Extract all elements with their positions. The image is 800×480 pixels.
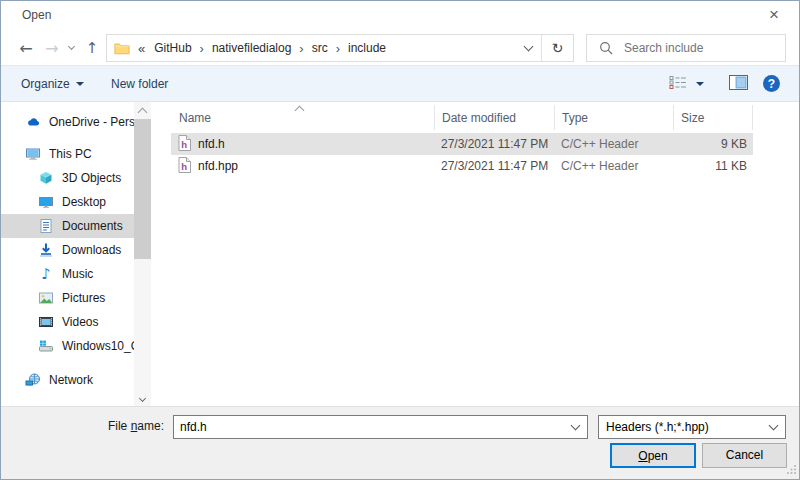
preview-pane-button[interactable] — [729, 66, 748, 101]
folder-icon — [114, 40, 130, 56]
sidebar-item-network[interactable]: Network — [1, 368, 134, 392]
file-row[interactable]: h nfd.hpp 27/3/2021 11:47 PM C/C++ Heade… — [171, 155, 753, 177]
breadcrumb-item-nativefiledialog[interactable]: nativefiledialog — [205, 41, 298, 55]
open-file-dialog: Open × ← → ↑ « GitHub › nativefiledialog… — [0, 0, 800, 480]
sidebar-item-onedrive[interactable]: OneDrive - Person — [1, 110, 134, 134]
window-title: Open — [22, 8, 51, 22]
sidebar-item-label: 3D Objects — [62, 171, 134, 185]
download-icon — [38, 242, 54, 258]
sidebar-item-label: Music — [62, 267, 134, 281]
document-icon — [38, 218, 54, 234]
sidebar-item-music[interactable]: ♪ Music — [1, 262, 134, 286]
column-header-date-modified[interactable]: Date modified — [434, 105, 554, 130]
sidebar-item-pictures[interactable]: Pictures — [1, 286, 134, 310]
sidebar-item-windows10-os[interactable]: Windows10_OS ( — [1, 334, 134, 358]
header-file-icon: h — [178, 157, 191, 176]
open-button[interactable]: Open — [610, 443, 696, 468]
monitor-icon — [38, 194, 54, 210]
main-area: OneDrive - Person This PC 3D Objects Des… — [1, 102, 799, 408]
sidebar-item-downloads[interactable]: Downloads — [1, 238, 134, 262]
file-list: h nfd.h 27/3/2021 11:47 PM C/C++ Header … — [171, 133, 753, 177]
help-icon: ? — [763, 75, 780, 92]
file-type-value: Headers (*.h;*.hpp) — [599, 420, 761, 434]
sidebar-item-videos[interactable]: Videos — [1, 310, 134, 334]
column-header-size[interactable]: Size — [673, 105, 753, 130]
column-header-type[interactable]: Type — [554, 105, 673, 130]
sidebar-item-label: Windows10_OS ( — [62, 339, 134, 353]
search-box — [586, 34, 786, 62]
forward-icon: → — [45, 39, 58, 58]
sidebar-item-label: This PC — [49, 147, 134, 161]
file-row[interactable]: h nfd.h 27/3/2021 11:47 PM C/C++ Header … — [171, 133, 753, 155]
svg-text:h: h — [181, 160, 187, 171]
file-name-dropdown-button[interactable] — [563, 416, 587, 438]
help-button[interactable]: ? — [763, 66, 780, 101]
sidebar-item-label: Network — [49, 373, 134, 387]
sidebar-item-label: Downloads — [62, 243, 134, 257]
svg-text:h: h — [181, 138, 187, 149]
address-dropdown-button[interactable] — [515, 35, 541, 61]
sort-ascending-icon — [296, 103, 303, 117]
cloud-icon — [25, 114, 41, 130]
sidebar-item-documents[interactable]: Documents — [1, 214, 134, 238]
cube-icon — [38, 170, 54, 186]
back-button[interactable]: ← — [13, 31, 39, 65]
sidebar-item-this-pc[interactable]: This PC — [1, 142, 134, 166]
sidebar-item-label: Documents — [62, 219, 134, 233]
up-button[interactable]: ↑ — [79, 31, 105, 65]
back-icon: ← — [19, 39, 32, 58]
chevron-down-icon — [67, 43, 74, 50]
file-size: 9 KB — [673, 137, 753, 151]
file-size: 11 KB — [673, 159, 753, 173]
forward-button[interactable]: → — [39, 31, 65, 65]
computer-icon — [25, 146, 41, 162]
view-options-button[interactable] — [669, 66, 704, 101]
scroll-up-button[interactable] — [134, 102, 151, 119]
file-type-select[interactable]: Headers (*.h;*.hpp) — [598, 415, 786, 439]
file-name: nfd.hpp — [198, 159, 238, 173]
network-icon — [25, 372, 41, 388]
breadcrumb-item-include[interactable]: include — [341, 41, 393, 55]
sidebar-item-label: Pictures — [62, 291, 134, 305]
drive-icon — [38, 338, 54, 354]
close-button[interactable]: × — [755, 1, 793, 29]
scrollbar-thumb[interactable] — [134, 119, 151, 259]
chevron-down-icon — [570, 421, 580, 431]
file-date-modified: 27/3/2021 11:47 PM — [434, 137, 554, 151]
command-toolbar: Organize New folder ? — [1, 66, 799, 102]
sidebar-item-label: Desktop — [62, 195, 134, 209]
header-file-icon: h — [178, 135, 191, 154]
file-name-combobox — [173, 415, 588, 439]
breadcrumb-overflow[interactable]: « — [130, 41, 147, 56]
breadcrumb-item-src[interactable]: src — [305, 41, 335, 55]
breadcrumb: « GitHub › nativefiledialog › src › incl… — [130, 41, 515, 56]
new-folder-button[interactable]: New folder — [111, 66, 168, 101]
refresh-icon: ↻ — [552, 40, 564, 56]
close-icon: × — [769, 5, 779, 24]
sidebar-item-3d-objects[interactable]: 3D Objects — [1, 166, 134, 190]
search-input[interactable] — [622, 40, 785, 56]
address-bar[interactable]: « GitHub › nativefiledialog › src › incl… — [106, 34, 574, 62]
organize-button[interactable]: Organize — [21, 66, 84, 101]
refresh-button[interactable]: ↻ — [542, 35, 573, 61]
sidebar-scrollbar[interactable] — [134, 102, 151, 408]
music-icon: ♪ — [38, 266, 54, 282]
breadcrumb-item-github[interactable]: GitHub — [147, 41, 198, 55]
up-icon: ↑ — [86, 39, 99, 57]
file-type: C/C++ Header — [554, 159, 673, 173]
file-date-modified: 27/3/2021 11:47 PM — [434, 159, 554, 173]
resize-grip[interactable] — [787, 463, 797, 477]
file-name-input[interactable] — [174, 420, 563, 434]
chevron-down-icon — [696, 82, 704, 86]
chevron-down-icon — [523, 42, 533, 52]
chevron-down-icon — [76, 82, 84, 86]
file-type: C/C++ Header — [554, 137, 673, 151]
sidebar-item-desktop[interactable]: Desktop — [1, 190, 134, 214]
file-name: nfd.h — [198, 137, 225, 151]
recent-locations-button[interactable] — [63, 31, 79, 65]
dialog-footer: File name: Headers (*.h;*.hpp) Open Canc… — [1, 406, 799, 479]
cancel-button[interactable]: Cancel — [702, 443, 787, 468]
pictures-icon — [38, 290, 54, 306]
organize-label: Organize — [21, 77, 70, 91]
preview-pane-icon — [729, 75, 748, 93]
